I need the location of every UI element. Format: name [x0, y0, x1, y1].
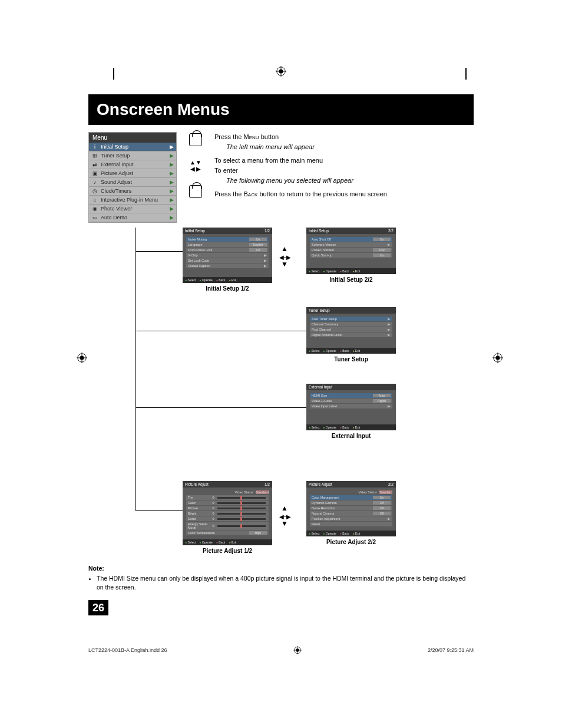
row-label: Color [188, 501, 210, 505]
row-value: On [373, 238, 391, 241]
note-heading: Note: [88, 565, 474, 572]
footer-hint: Back [340, 426, 349, 429]
submenu-row[interactable]: Auto Tuner Setup▶ [310, 317, 392, 321]
menu-item-label: Picture Adjust [101, 170, 167, 176]
main-menu-item[interactable]: ⇄External Input▶ [89, 160, 176, 169]
footer-hint: Select [185, 278, 196, 282]
submenu-page: 2/2 [388, 482, 394, 486]
row-label: Natural Cinema [312, 512, 373, 515]
chevron-right-icon: ▶ [388, 404, 391, 408]
submenu-row[interactable]: Software Version▶ [310, 242, 392, 247]
submenu-row[interactable]: Natural CinemaOff [310, 511, 392, 516]
instructions: Press the Menu button The left main menu… [214, 132, 474, 223]
submenu-row[interactable]: Find Channel▶ [310, 327, 392, 332]
submenu-initial-1: Initial Setup1/2 Noise MutingOnLanguageE… [183, 228, 272, 292]
row-label: Power Indicator [312, 248, 373, 252]
submenu-row[interactable]: Set Lock Code▶ [186, 258, 269, 263]
menu-item-icon: ▣ [91, 170, 98, 176]
submenu-external: External Input HDMI SizeAutoVideo-1 Audi… [306, 384, 396, 439]
submenu-row[interactable]: V-Chip▶ [186, 253, 269, 258]
submenu-row[interactable]: Reset [310, 522, 392, 526]
submenu-row[interactable]: Video-1 AudioDigital [310, 398, 392, 403]
row-label: Video Input Label [312, 404, 386, 408]
submenu-row[interactable]: Video Input Label▶ [310, 404, 392, 409]
page-number: 26 [88, 600, 108, 615]
submenu-row[interactable]: Noise ReductionOff [310, 506, 392, 510]
footer-hint: Exit [229, 278, 236, 282]
main-menu-item[interactable]: ▭Auto Demo▶ [89, 213, 176, 222]
main-menu-item[interactable]: ♪Sound Adjust▶ [89, 178, 176, 187]
chevron-right-icon: ▶ [264, 253, 267, 257]
slider-row[interactable]: Bright0 [186, 511, 269, 516]
slider-row[interactable]: Energy Saver Mode0 [186, 522, 269, 530]
row-label: Detail [188, 517, 210, 521]
submenu-row[interactable]: LanguageEnglish [186, 242, 269, 247]
submenu-row[interactable]: Dynamic GammaOff [310, 500, 392, 505]
row-value: 0 [210, 501, 216, 505]
submenu-page: 2/2 [388, 229, 394, 233]
slider-row[interactable]: Detail0 [186, 516, 269, 521]
chevron-right-icon: ▶ [170, 170, 174, 176]
row-value: 0 [210, 524, 216, 528]
submenu-row[interactable]: Color ManagementOn [310, 495, 392, 500]
menu-item-icon: i [91, 144, 98, 150]
submenu-row[interactable]: Front Panel LockOff [186, 248, 269, 252]
row-label: Auto Tuner Setup [312, 317, 386, 321]
menu-item-label: Sound Adjust [101, 179, 167, 185]
submenu-row[interactable]: HDMI SizeAuto [310, 393, 392, 398]
submenu-initial-2: Initial Setup2/2 Auto Shut OffOnSoftware… [306, 228, 396, 283]
footer-hint: Operate [323, 426, 336, 429]
row-label: Language [188, 243, 249, 246]
main-menu-item[interactable]: ⌂Interactive Plug-in Menu▶ [89, 196, 176, 205]
row-label: Dynamic Gamma [312, 501, 373, 505]
row-label: Color Temperature [188, 531, 249, 535]
caption: Picture Adjust 1/2 [183, 548, 272, 554]
row-value: Off [373, 512, 391, 515]
submenu-row[interactable]: Channel Summary▶ [310, 322, 392, 327]
menu-diagram: Initial Setup1/2 Noise MutingOnLanguageE… [88, 228, 474, 558]
chevron-right-icon: ▶ [170, 179, 174, 185]
row-label: Tint [188, 496, 210, 499]
footer-hint: Exit [352, 532, 360, 535]
footer-time: 2/20/07 9:25:31 AM [428, 647, 474, 653]
submenu-row[interactable]: Position Adjustment▶ [310, 516, 392, 521]
submenu-row[interactable]: Quick Start-upOn [310, 253, 392, 258]
submenu-row[interactable]: Power IndicatorLow [310, 248, 392, 252]
chevron-right-icon: ▶ [170, 188, 174, 194]
submenu-row[interactable]: Noise MutingOn [186, 237, 269, 242]
row-value: Low [373, 248, 391, 252]
registration-mark-icon [77, 353, 87, 363]
chevron-right-icon: ▶ [170, 162, 174, 167]
slider-bar [217, 497, 266, 499]
main-menu-item[interactable]: ◉Photo Viewer▶ [89, 205, 176, 213]
row-label: Digital Antenna Level [312, 333, 386, 337]
chevron-right-icon: ▶ [388, 333, 391, 337]
row-label: Channel Summary [312, 322, 386, 326]
main-menu-item[interactable]: ▣Picture Adjust▶ [89, 169, 176, 178]
chevron-right-icon: ▶ [170, 153, 174, 159]
footer-hint: Select [185, 541, 196, 544]
nav-arrows-icon: ▲▼◀ ▶ [190, 159, 201, 172]
submenu-row[interactable]: Closed Caption▶ [186, 263, 269, 268]
submenu-row[interactable]: Digital Antenna Level▶ [310, 332, 392, 337]
text: Menu [244, 133, 259, 140]
main-menu-item[interactable]: ◷Clock/Timers▶ [89, 187, 176, 196]
slider-row[interactable]: Tint0 [186, 495, 269, 500]
note-block: Note: The HDMI Size menu can only be dis… [88, 565, 474, 592]
chevron-right-icon: ▶ [388, 322, 391, 326]
chevron-right-icon: ▶ [170, 215, 174, 220]
menu-item-icon: ◷ [91, 188, 98, 194]
menu-item-icon: ⌂ [91, 197, 98, 203]
submenu-title: Picture Adjust [309, 482, 332, 486]
slider-bar [217, 502, 266, 504]
main-menu-item[interactable]: iInitial Setup▶ [89, 143, 176, 151]
submenu-row[interactable]: Auto Shut OffOn [310, 237, 392, 242]
submenu-title: Picture Adjust [185, 482, 209, 486]
row-label: Find Channel [312, 328, 386, 331]
row-label: Reset [312, 522, 391, 526]
slider-row[interactable]: Picture0 [186, 506, 269, 510]
slider-row[interactable]: Color0 [186, 500, 269, 505]
submenu-tuner: Tuner Setup Auto Tuner Setup▶Channel Sum… [306, 307, 396, 363]
text: Press the [214, 190, 244, 197]
main-menu-item[interactable]: ⊞Tuner Setup▶ [89, 151, 176, 160]
